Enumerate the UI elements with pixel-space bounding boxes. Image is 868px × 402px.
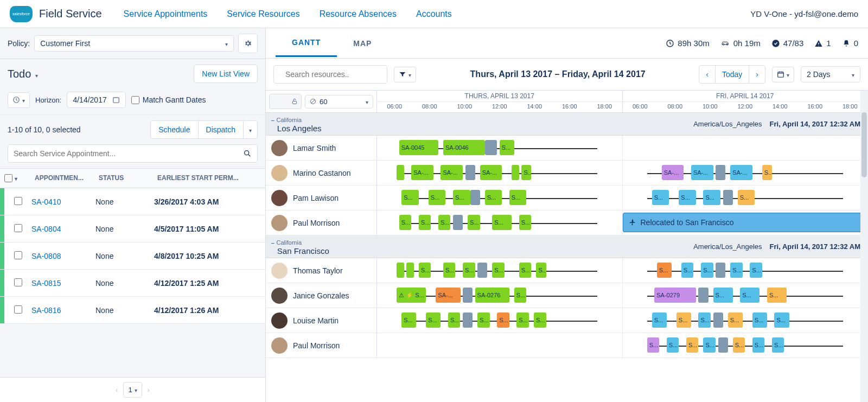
appointment-block[interactable] <box>470 190 480 205</box>
nav-accounts[interactable]: Accounts <box>416 9 452 19</box>
resource-cell[interactable]: Janice Gonzales <box>266 283 377 308</box>
appointment-block[interactable] <box>485 140 497 155</box>
appointment-block[interactable]: S... <box>426 312 441 328</box>
appointment-block[interactable]: S... <box>492 263 505 278</box>
appointment-block[interactable] <box>477 263 487 278</box>
appointment-block[interactable]: S... <box>752 312 767 328</box>
appointment-block[interactable] <box>406 263 414 278</box>
appointment-block[interactable]: S... <box>774 312 789 328</box>
appointment-block[interactable]: SA-0279 <box>654 288 696 303</box>
appointment-block[interactable]: S... <box>468 215 480 230</box>
appointment-block[interactable]: S... <box>519 215 532 230</box>
table-row[interactable]: SA-0410 None 3/26/2017 4:03 AM <box>0 188 265 215</box>
pager-prev[interactable]: ‹ <box>116 386 118 394</box>
zoom-select[interactable]: 60 <box>305 95 373 109</box>
appointment-block[interactable]: S... <box>772 337 784 353</box>
today-button[interactable]: Today <box>715 65 749 84</box>
search-appointment[interactable] <box>8 144 258 163</box>
search-resources-input[interactable] <box>285 70 380 79</box>
appointment-block[interactable]: S... <box>686 337 699 353</box>
search-input[interactable] <box>14 149 243 158</box>
appointment-block[interactable] <box>718 337 728 353</box>
appointment-block[interactable]: S... <box>497 312 509 328</box>
appointment-block[interactable]: S... <box>500 140 514 155</box>
appointment-block[interactable] <box>397 263 404 278</box>
territory-header[interactable]: –California Los Angeles America/Los_Ange… <box>266 113 868 136</box>
table-row[interactable]: SA-0815 None 4/12/2017 1:25 AM <box>0 270 265 297</box>
appointment-block[interactable]: S... <box>728 312 743 328</box>
nav-service-appointments[interactable]: Service Appointments <box>124 9 208 19</box>
nav-service-resources[interactable]: Service Resources <box>227 9 299 19</box>
appointment-block[interactable]: S... <box>676 312 691 328</box>
table-row[interactable]: SA-0804 None 4/5/2017 11:05 AM <box>0 215 265 243</box>
appointment-block[interactable]: SA-... <box>441 165 463 180</box>
row-appt-id[interactable]: SA-0410 <box>31 197 95 206</box>
appointment-block[interactable]: SA-0046 <box>443 140 485 155</box>
col-earliest-start[interactable]: EARLIEST START PERM... <box>154 169 265 188</box>
appointment-block[interactable]: S... <box>534 312 546 328</box>
appointment-block[interactable] <box>453 215 463 230</box>
appointment-block[interactable]: S... <box>740 288 760 303</box>
row-appt-id[interactable]: SA-0808 <box>31 252 95 260</box>
appointment-block[interactable] <box>463 312 473 328</box>
appointment-block[interactable]: SA-0276 <box>475 288 509 303</box>
lock-toggle[interactable] <box>269 94 302 109</box>
appointment-block[interactable]: S... <box>681 263 694 278</box>
appointment-block[interactable] <box>716 165 725 180</box>
dispatch-button[interactable]: Dispatch <box>198 120 244 139</box>
resource-cell[interactable]: Thomas Taylor <box>266 258 377 283</box>
appointment-block[interactable]: S... <box>401 190 419 205</box>
appointment-block[interactable]: S... <box>752 337 765 353</box>
row-checkbox[interactable] <box>14 224 22 232</box>
appointment-block[interactable]: SA-... <box>480 165 502 180</box>
row-checkbox[interactable] <box>14 197 22 205</box>
appointment-block[interactable]: S... <box>713 288 733 303</box>
row-appt-id[interactable]: SA-0816 <box>31 306 95 315</box>
row-appt-id[interactable]: SA-0815 <box>31 279 95 288</box>
appointment-block[interactable] <box>723 190 733 205</box>
appointment-block[interactable]: S... <box>652 190 669 205</box>
appointment-block[interactable] <box>512 165 519 180</box>
tab-map[interactable]: MAP <box>337 30 388 56</box>
appointment-block[interactable]: S... <box>492 215 512 230</box>
appointment-block[interactable]: S... <box>762 165 772 180</box>
resource-cell[interactable]: Marino Castanon <box>266 161 377 185</box>
appointment-block[interactable]: S... <box>703 337 716 353</box>
appointment-block[interactable]: S... <box>521 165 531 180</box>
row-checkbox[interactable] <box>14 278 22 286</box>
appointment-block[interactable]: SA-0045 <box>399 140 438 155</box>
horizon-date-input[interactable]: 4/14/2017 <box>67 92 125 108</box>
table-row[interactable]: SA-0808 None 4/8/2017 10:25 AM <box>0 243 265 270</box>
appointment-block[interactable]: S... <box>679 190 696 205</box>
appointment-block[interactable]: S... <box>701 263 713 278</box>
appointment-block[interactable]: S... <box>419 215 431 230</box>
new-list-view-button[interactable]: New List View <box>194 65 258 83</box>
appointment-block[interactable]: S... <box>448 312 461 328</box>
table-row[interactable]: SA-0816 None 4/12/2017 1:26 AM <box>0 297 265 324</box>
resource-cell[interactable]: Paul Morrison <box>266 333 377 358</box>
appointment-block[interactable]: S... <box>733 337 745 353</box>
settings-button[interactable] <box>238 34 258 53</box>
row-appt-id[interactable]: SA-0804 <box>31 225 95 233</box>
appointment-block[interactable] <box>397 165 404 180</box>
appointment-block[interactable]: S... <box>463 263 475 278</box>
appointment-block[interactable]: S... <box>516 312 529 328</box>
col-status[interactable]: STATUS <box>95 169 154 188</box>
row-checkbox[interactable] <box>14 305 22 314</box>
appointment-block[interactable]: S... <box>767 288 787 303</box>
appointment-block[interactable]: S... <box>647 337 660 353</box>
territory-header[interactable]: –California San Francisco America/Los_An… <box>266 235 868 258</box>
appointment-block[interactable]: SA-... <box>411 165 433 180</box>
appointment-block[interactable]: S... <box>514 288 527 303</box>
appointment-block[interactable] <box>698 288 708 303</box>
resource-cell[interactable]: Lamar Smith <box>266 136 377 160</box>
schedule-button[interactable]: Schedule <box>150 120 198 139</box>
relocated-banner[interactable]: Relocated to San Francisco <box>623 213 866 232</box>
appointment-block[interactable]: SA-... <box>691 165 713 180</box>
appointment-block[interactable]: SA-... <box>730 165 752 180</box>
appointment-block[interactable] <box>713 312 723 328</box>
search-resources[interactable] <box>273 65 387 84</box>
col-appointment[interactable]: APPOINTMEN... <box>31 169 95 188</box>
policy-select[interactable]: Customer First <box>34 35 234 52</box>
appointment-block[interactable]: S... <box>438 215 451 230</box>
